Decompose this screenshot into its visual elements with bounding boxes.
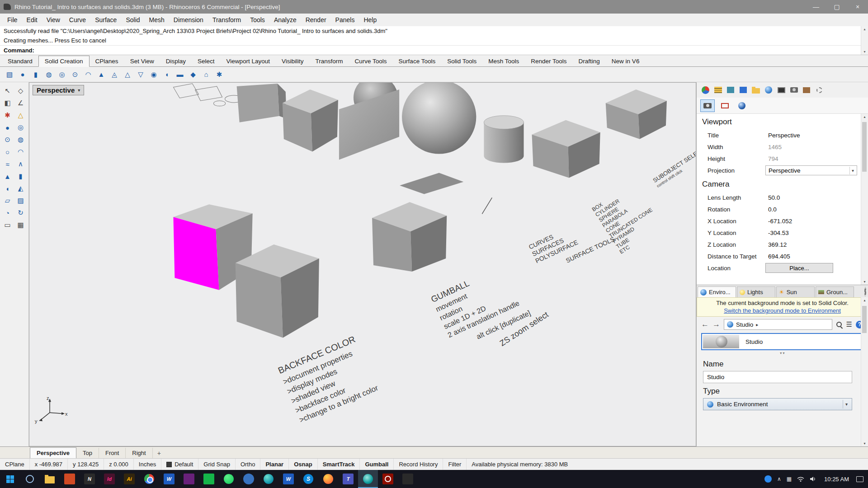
tab-solid-creation[interactable]: Solid Creation <box>38 56 90 67</box>
line-segment[interactable] <box>482 197 492 214</box>
sphere-tool-icon[interactable]: ● <box>17 69 28 80</box>
plane-tool-icon[interactable]: ▭ <box>1 219 14 231</box>
viewport-tab-front[interactable]: Front <box>99 448 126 458</box>
menu-analyze[interactable]: Analyze <box>269 16 301 23</box>
paraboloid-tool-icon[interactable]: ◠ <box>82 69 94 80</box>
whatsapp-app-icon[interactable] <box>219 470 239 488</box>
tab-visibility[interactable]: Visibility <box>276 56 310 66</box>
status-osnap[interactable]: Osnap <box>289 459 317 470</box>
box-lower[interactable] <box>236 244 319 338</box>
libraries-panel-icon[interactable] <box>802 86 811 94</box>
scroll-up-icon[interactable]: ▴ <box>863 115 865 119</box>
add-viewport-icon[interactable]: + <box>153 448 165 458</box>
help-panel-icon[interactable] <box>739 86 747 94</box>
line-app-icon[interactable] <box>199 470 219 488</box>
menu-help[interactable]: Help <box>359 16 381 23</box>
chrome-app-icon[interactable] <box>139 470 159 488</box>
tab-mesh-tools[interactable]: Mesh Tools <box>482 56 525 66</box>
circle-tool-icon[interactable]: ○ <box>1 146 14 158</box>
status-ortho[interactable]: Ortho <box>236 459 261 470</box>
tab-viewport-layout[interactable]: Viewport Layout <box>220 56 276 66</box>
pipe-sidebar-tool-icon[interactable]: ◖ <box>1 183 14 194</box>
property-value[interactable]: -304.53 <box>765 230 861 236</box>
pyramid-tool-icon[interactable]: △ <box>122 69 133 80</box>
cplane-tool-icon[interactable]: ◧ <box>1 97 14 109</box>
surface-tool-icon[interactable]: ▱ <box>1 195 14 206</box>
annotation-backface[interactable]: BACKFACE COLOR >document properties >dis… <box>277 333 380 425</box>
menu-solid[interactable]: Solid <box>121 16 144 23</box>
status-record-history[interactable]: Record History <box>394 459 443 470</box>
menu-panels[interactable]: Panels <box>331 16 359 23</box>
property-value[interactable]: 50.0 <box>765 194 861 201</box>
tab-solid-tools[interactable]: Solid Tools <box>441 56 482 66</box>
wifi-icon[interactable] <box>797 476 804 482</box>
units-pane[interactable]: Inches <box>134 459 161 470</box>
cylinder-tool-icon[interactable]: ▮ <box>30 69 42 80</box>
menu-file[interactable]: File <box>3 16 22 23</box>
angle-tool-icon[interactable]: ∠ <box>14 97 27 109</box>
menu-icon[interactable]: ☰ <box>846 320 852 328</box>
settings-gear-icon[interactable] <box>815 86 823 94</box>
property-value[interactable]: 694.405 <box>765 253 861 260</box>
menu-curve[interactable]: Curve <box>65 16 90 23</box>
environment-list-item-studio[interactable]: Studio <box>701 333 863 350</box>
sphere-diameter-tool-icon[interactable]: ⊙ <box>69 69 81 80</box>
tab-sun[interactable]: ☀ Sun <box>776 286 815 297</box>
switch-background-link[interactable]: Switch the background mode to Environmen… <box>724 307 841 314</box>
box-far-right[interactable] <box>606 89 667 139</box>
tab-surface-tools[interactable]: Surface Tools <box>393 56 442 66</box>
collapse-chevron-icon[interactable]: ▾ ▾ <box>697 350 868 356</box>
sphere-sidebar-tool-icon[interactable]: ● <box>1 122 14 133</box>
store-app-icon[interactable] <box>60 470 80 488</box>
status-planar[interactable]: Planar <box>260 459 289 470</box>
command-scrollbar[interactable]: ▴ ▾ <box>861 26 868 55</box>
tab-ground-plane[interactable]: Groun... <box>816 286 854 297</box>
notification-center-icon[interactable] <box>856 476 863 482</box>
flat-plane[interactable] <box>400 173 463 194</box>
property-value[interactable]: Perspective <box>765 132 861 139</box>
torus-sidebar-tool-icon[interactable]: ◎ <box>14 122 27 133</box>
viewport-rect-button[interactable] <box>717 99 732 112</box>
tray-grid-icon[interactable]: ▦ <box>787 476 792 482</box>
tab-curve-tools[interactable]: Curve Tools <box>349 56 393 66</box>
cortana-search-icon[interactable] <box>20 470 40 488</box>
acrobat-app-icon[interactable] <box>378 470 398 488</box>
indesign-app-icon[interactable]: Id <box>99 470 119 488</box>
vertical-plane[interactable] <box>339 89 399 160</box>
annotation-subobject[interactable]: SUBOBJECT SELECT control shift click <box>651 146 696 188</box>
tab-transform[interactable]: Transform <box>310 56 349 66</box>
scroll-down-icon[interactable]: ▾ <box>863 441 865 446</box>
property-value[interactable]: -671.052 <box>765 218 861 225</box>
annotation-surface-tools[interactable]: SURFACE TOOLS <box>565 235 616 264</box>
tab-drafting[interactable]: Drafting <box>573 56 606 66</box>
scroll-up-icon[interactable]: ▴ <box>863 298 865 302</box>
scene-canvas[interactable]: BACKFACE COLOR >document properties >dis… <box>29 83 696 446</box>
status-smarttrack[interactable]: SmartTrack <box>318 459 360 470</box>
tab-standard[interactable]: Standard <box>2 56 38 66</box>
box-top-left[interactable] <box>237 84 287 122</box>
tab-environment[interactable]: Enviro... <box>698 286 736 297</box>
scrollbar-thumb[interactable] <box>862 122 867 172</box>
layer-pane[interactable]: Default <box>161 459 198 470</box>
projection-dropdown[interactable]: Perspective ▾ <box>765 165 857 175</box>
start-button[interactable] <box>0 470 20 488</box>
viewport-title-dropdown[interactable]: Perspective ▾ <box>33 85 84 95</box>
rhino-app-icon[interactable] <box>358 470 378 488</box>
loft-tool-icon[interactable]: ◔ <box>1 207 14 219</box>
transform-tool-icon[interactable]: ◇ <box>14 85 27 97</box>
place-button[interactable]: Place... <box>765 263 833 273</box>
tab-new-in-v6[interactable]: New in V6 <box>606 56 646 66</box>
panel-options-gear-icon[interactable] <box>864 288 866 296</box>
scrollbar-thumb[interactable] <box>862 306 867 333</box>
skype-app-icon[interactable]: S <box>298 470 318 488</box>
edge-app-icon[interactable] <box>259 470 278 488</box>
layers-panel-icon[interactable] <box>714 86 722 94</box>
snap-tool-icon[interactable]: ✱ <box>1 109 14 121</box>
web-browser-panel-icon[interactable] <box>764 86 773 94</box>
close-button[interactable]: × <box>847 0 868 14</box>
scroll-up-icon[interactable]: ▴ <box>863 27 865 31</box>
maximize-button[interactable]: ▢ <box>826 0 847 14</box>
firefox-app-icon[interactable] <box>318 470 338 488</box>
menu-tools[interactable]: Tools <box>245 16 269 23</box>
patch-tool-icon[interactable]: ▨ <box>14 195 27 206</box>
